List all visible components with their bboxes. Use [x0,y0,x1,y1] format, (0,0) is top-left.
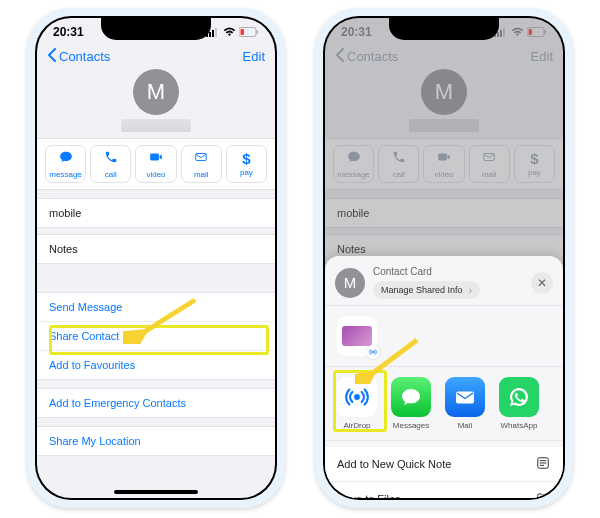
action-label: call [105,170,117,179]
message-icon [58,150,74,168]
app-label: WhatsApp [501,421,538,430]
whatsapp-icon [499,377,539,417]
recent-share-target[interactable] [337,316,377,356]
manage-shared-info-button[interactable]: Manage Shared Info [373,281,480,299]
iphone-frame-left: 20:31 [27,8,285,508]
row-label: Save to Files [337,493,401,498]
messages-icon [391,377,431,417]
svg-rect-3 [215,28,217,37]
close-share-sheet[interactable]: ✕ [531,272,553,294]
share-title: Contact Card [373,266,523,277]
notes-section[interactable]: Notes [37,234,275,264]
home-indicator[interactable] [114,490,198,494]
action-message[interactable]: message [45,145,86,183]
pay-icon: $ [242,152,250,166]
wifi-icon [223,27,236,37]
menu-send-message[interactable]: Send Message [37,293,275,322]
avatar[interactable]: M [133,69,179,115]
svg-point-16 [372,351,374,353]
action-call[interactable]: call [90,145,131,183]
phone-icon [103,150,119,168]
share-sheet-header: M Contact Card Manage Shared Info ✕ [325,256,563,306]
contact-menu-3: Share My Location [37,426,275,456]
airdrop-badge-icon [366,345,380,359]
app-label: Mail [458,421,473,430]
svg-rect-1 [209,32,211,37]
share-app-messages[interactable]: Messages [391,377,431,430]
share-avatar: M [335,268,365,298]
screen-right: 20:31 [325,18,563,498]
contact-actions-row: message call video mail $ [37,138,275,190]
folder-icon [535,491,551,498]
svg-rect-6 [241,29,245,35]
contact-menu-2: Add to Emergency Contacts [37,388,275,418]
iphone-frame-right: 20:31 [315,8,573,508]
edit-button[interactable]: Edit [243,49,265,64]
menu-add-emergency[interactable]: Add to Emergency Contacts [37,389,275,417]
close-icon: ✕ [537,276,547,290]
share-app-whatsapp[interactable]: WhatsApp [499,377,539,430]
contact-menu: Send Message Share Contact Add to Favour… [37,292,275,380]
action-mail[interactable]: mail [181,145,222,183]
back-label: Contacts [59,49,110,64]
airdrop-icon [337,377,377,417]
photo-icon [342,326,372,346]
row-label: Add to New Quick Note [337,458,451,470]
action-add-quick-note[interactable]: Add to New Quick Note [325,447,563,482]
menu-add-favourites[interactable]: Add to Favourites [37,351,275,379]
contact-name-redacted [121,119,191,132]
share-app-mail[interactable]: Mail [445,377,485,430]
menu-share-location[interactable]: Share My Location [37,427,275,455]
share-sheet: M Contact Card Manage Shared Info ✕ [325,256,563,498]
action-pay[interactable]: $ pay [226,145,267,183]
video-icon [148,150,164,168]
quicknote-icon [535,456,551,472]
nav-bar: Contacts Edit [37,46,275,69]
svg-rect-2 [212,30,214,37]
action-save-to-files[interactable]: Save to Files [325,482,563,498]
share-apps-row: AirDrop Messages Mail [325,367,563,441]
action-label: pay [240,168,253,177]
svg-rect-7 [196,154,207,161]
notch [101,18,211,40]
mail-app-icon [445,377,485,417]
action-video[interactable]: video [135,145,176,183]
action-label: message [49,170,81,179]
back-to-contacts[interactable]: Contacts [47,48,110,65]
svg-rect-18 [456,392,474,404]
action-label: mail [194,170,209,179]
status-time: 20:31 [53,25,84,39]
chevron-left-icon [47,48,57,65]
notch [389,18,499,40]
mobile-section[interactable]: mobile [37,198,275,228]
action-label: video [146,170,165,179]
app-label: Messages [393,421,429,430]
share-sheet-actions: Add to New Quick Note Save to Files [325,441,563,498]
svg-rect-5 [257,30,259,34]
share-app-airdrop[interactable]: AirDrop [337,377,377,430]
app-label: AirDrop [343,421,370,430]
recent-share-row [325,306,563,367]
notes-label: Notes [37,235,275,263]
menu-share-contact[interactable]: Share Contact [37,322,275,351]
svg-point-17 [354,394,360,400]
mobile-label: mobile [37,199,275,227]
screen-left: 20:31 [37,18,275,498]
battery-low-icon [239,27,259,37]
mail-icon [193,150,209,168]
contact-header: M [37,69,275,138]
